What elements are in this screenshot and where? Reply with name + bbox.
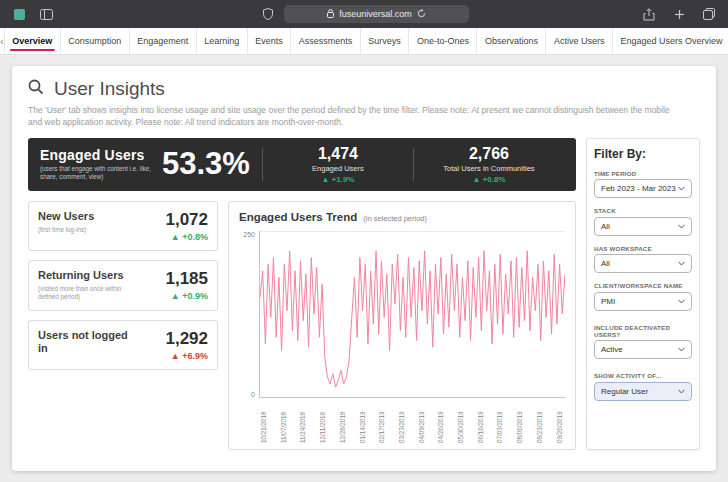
- page-description: The 'User' tab shows insights into licen…: [28, 105, 683, 129]
- card-delta: ▲ +6.9%: [165, 351, 208, 361]
- content-panel: User Insights The 'User' tab shows insig…: [12, 66, 716, 471]
- x-axis-label: 01/14/2019: [360, 401, 366, 443]
- x-axis-label: 03/23/2019: [399, 401, 405, 443]
- tab-label: Overview: [12, 36, 52, 46]
- x-axis-label: 12/28/2018: [340, 401, 346, 443]
- tab-observations[interactable]: Observations: [477, 28, 546, 54]
- chevron-down-icon: [678, 184, 685, 193]
- card-value: 1,072: [165, 210, 208, 230]
- share-icon[interactable]: [640, 5, 658, 23]
- stat-label: Total Users in Communities: [418, 164, 560, 173]
- new-tab-icon[interactable]: [670, 5, 688, 23]
- filter-group-has-workspace: HAS WORKSPACE All: [594, 245, 692, 274]
- tab-label: Engagement: [137, 36, 188, 46]
- x-axis-label: 11/07/2018: [281, 401, 287, 443]
- stat-delta: ▲ +0.8%: [418, 175, 560, 184]
- stat-value: 1,474: [267, 145, 409, 163]
- chevron-down-icon: [678, 222, 685, 231]
- chart-title: Engaged Users Trend: [239, 211, 357, 223]
- tab-events[interactable]: Events: [248, 28, 292, 54]
- engaged-users-stat: 1,474 Engaged Users ▲ +1.9%: [263, 145, 413, 184]
- filter-group-stack: STACK All: [594, 207, 692, 236]
- tab-label: One-to-Ones: [417, 36, 469, 46]
- x-axis-label: 08/23/2019: [537, 401, 543, 443]
- sidebar-icon[interactable]: [37, 5, 55, 23]
- engaged-percent-value: 53.3%: [162, 146, 250, 182]
- stat-cards-column: New Users (first time log-ins) 1,072 ▲ +…: [28, 201, 218, 450]
- select-value: Active: [601, 345, 623, 354]
- search-icon: [28, 79, 44, 99]
- x-axis-label: 06/16/2019: [478, 401, 484, 443]
- x-axis-label: 02/17/2019: [379, 401, 385, 443]
- x-axis-label: 11/24/2018: [300, 401, 306, 443]
- chevron-down-icon: [678, 259, 685, 268]
- dashboard-tab-bar: ‹ Overview Consumption Engagement Learni…: [0, 28, 728, 55]
- tab-label: Consumption: [68, 36, 121, 46]
- tab-label: Active Users: [554, 36, 605, 46]
- users-not-logged-in-card: Users not logged in 1,292 ▲ +6.9%: [28, 320, 218, 370]
- chevron-down-icon: [678, 345, 685, 354]
- include-deactivated-users-select[interactable]: Active: [594, 340, 692, 359]
- show-activity-of-select[interactable]: Regular User: [594, 382, 692, 401]
- stat-label: Engaged Users: [267, 164, 409, 173]
- filter-label: TIME PERIOD: [594, 170, 692, 177]
- card-title: New Users: [38, 210, 94, 223]
- x-axis-labels: 10/21/201811/07/201811/24/201812/11/2018…: [259, 401, 565, 443]
- has-workspace-select[interactable]: All: [594, 254, 692, 273]
- select-value: All: [601, 259, 610, 268]
- select-value: PMI: [601, 297, 615, 306]
- card-value: 1,292: [165, 329, 208, 349]
- tab-overview[interactable]: Overview: [4, 28, 61, 54]
- y-tick: 0: [251, 391, 255, 398]
- x-axis-label: 04/26/2019: [438, 401, 444, 443]
- tab-one-to-ones[interactable]: One-to-Ones: [409, 28, 477, 54]
- tab-assessments[interactable]: Assessments: [291, 28, 361, 54]
- x-axis-label: 09/26/2019: [557, 401, 563, 443]
- url-text: fuseuniversal.com: [339, 9, 412, 19]
- filter-label: INCLUDE DEACTIVATED USERS?: [594, 324, 692, 338]
- x-axis-label: 08/06/2019: [517, 401, 523, 443]
- tab-label: Learning: [204, 36, 239, 46]
- select-value: Regular User: [601, 387, 648, 396]
- client-workspace-name-select[interactable]: PMI: [594, 292, 692, 311]
- trend-polyline: [260, 251, 565, 387]
- tab-surveys[interactable]: Surveys: [361, 28, 410, 54]
- y-axis: 250 0: [239, 231, 259, 398]
- page-background: User Insights The 'User' tab shows insig…: [0, 55, 728, 482]
- filter-label: STACK: [594, 207, 692, 214]
- reload-icon[interactable]: [417, 9, 426, 20]
- card-value: 1,185: [165, 269, 208, 289]
- tab-engaged-users-overview[interactable]: Engaged Users Overview: [613, 28, 728, 54]
- total-users-stat: 2,766 Total Users in Communities ▲ +0.8%: [414, 145, 564, 184]
- card-subtitle: (visited more than once within defined p…: [38, 285, 126, 302]
- tab-label: Engaged Users Overview: [620, 36, 722, 46]
- address-bar[interactable]: fuseuniversal.com: [284, 5, 469, 23]
- tabs-overview-icon[interactable]: [700, 5, 718, 23]
- time-period-select[interactable]: Feb 2023 - Mar 2023: [594, 179, 692, 198]
- card-delta: ▲ +0.9%: [165, 291, 208, 301]
- window-icon[interactable]: [10, 5, 28, 23]
- stat-value: 2,766: [418, 145, 560, 163]
- filter-label: HAS WORKSPACE: [594, 245, 692, 252]
- filter-group-include-deactivated: INCLUDE DEACTIVATED USERS? Active: [594, 324, 692, 360]
- engaged-users-banner: Engaged Users (users that engage with co…: [28, 138, 576, 191]
- filter-label: SHOW ACTIVITY OF...: [594, 372, 692, 379]
- tab-learning[interactable]: Learning: [197, 28, 248, 54]
- page-title: User Insights: [54, 78, 165, 100]
- tab-engagement[interactable]: Engagement: [130, 28, 197, 54]
- filter-panel-title: Filter By:: [594, 147, 692, 161]
- tab-active-users[interactable]: Active Users: [546, 28, 613, 54]
- card-title: Users not logged in: [38, 329, 130, 355]
- banner-title: Engaged Users: [40, 147, 158, 163]
- card-title: Returning Users: [38, 269, 126, 282]
- filter-group-show-activity-of: SHOW ACTIVITY OF... Regular User: [594, 372, 692, 401]
- x-axis-label: 10/21/2018: [261, 401, 267, 443]
- stack-select[interactable]: All: [594, 217, 692, 236]
- returning-users-card: Returning Users (visited more than once …: [28, 260, 218, 311]
- privacy-shield-icon[interactable]: [259, 5, 277, 23]
- tab-consumption[interactable]: Consumption: [61, 28, 130, 54]
- tab-label: Events: [255, 36, 283, 46]
- tab-label: Assessments: [299, 36, 353, 46]
- chart-subtitle: (in selected period): [363, 214, 427, 223]
- chevron-down-icon: [678, 387, 685, 396]
